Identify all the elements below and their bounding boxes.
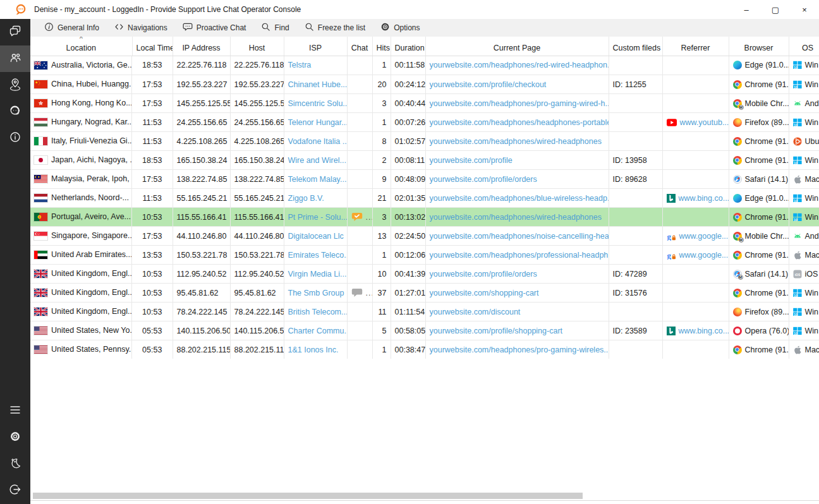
options-button[interactable]: Options (373, 19, 427, 37)
column-header-isp[interactable]: ISP (284, 37, 347, 56)
sidebar-item-chats[interactable] (0, 19, 30, 45)
current-page-link[interactable]: yourwebsite.com/profile (430, 156, 513, 165)
visitor-row[interactable]: United Kingdom, Engl...10:5378.24.222.14… (30, 303, 819, 321)
sidebar-item-operator[interactable] (0, 99, 30, 125)
current-page-link[interactable]: yourwebsite.com/profile/shopping-cart (430, 327, 563, 335)
cell-chat (347, 265, 372, 284)
current-page-link[interactable]: yourwebsite.com/headphones/professional-… (430, 251, 609, 260)
isp-link[interactable]: Emirates Teleco... (288, 251, 348, 260)
cell-referrer (662, 303, 729, 321)
visitor-row[interactable]: Malaysia, Perak, Ipoh, ...17:53138.222.7… (30, 170, 819, 189)
current-page-link[interactable]: yourwebsite.com/headphones/wired-headpho… (430, 137, 602, 146)
column-header-os[interactable]: OS (789, 37, 819, 56)
visitor-row[interactable]: Hong Kong, Hong Ko...17:53145.255.125.55… (30, 94, 819, 113)
cell-local-time: 17:53 (132, 227, 173, 246)
isp-link[interactable]: Wire and Wirel... (288, 156, 346, 165)
location-text: Netherlands, Noord-... (51, 193, 129, 202)
column-header-chat[interactable]: Chat (347, 37, 372, 56)
current-page-link[interactable]: yourwebsite.com/headphones/headphones-po… (430, 118, 609, 127)
visitor-row[interactable]: United States, New Yo...05:53140.115.206… (30, 321, 819, 340)
isp-link[interactable]: Telekom Malay... (288, 175, 347, 184)
visitor-row[interactable]: Italy, Friuli-Venezia Gi...11:534.225.10… (30, 132, 819, 151)
current-page-link[interactable]: yourwebsite.com/headphones/red-wired-hea… (430, 61, 609, 69)
visitor-row[interactable]: Australia, Victoria, Ge...18:5322.225.76… (30, 56, 819, 75)
general-info-button[interactable]: General Info (37, 19, 107, 37)
current-page-link[interactable]: yourwebsite.com/headphones/blue-wireless… (430, 194, 609, 203)
referrer-link[interactable]: www.bing.co... (679, 194, 729, 203)
find-button[interactable]: Find (253, 19, 296, 37)
current-page-link[interactable]: yourwebsite.com/profile/checkout (430, 80, 547, 89)
column-header-local-time[interactable]: Local Time (132, 37, 173, 56)
current-page-link[interactable]: yourwebsite.com/headphones/pro-gaming-wi… (430, 345, 609, 354)
isp-link[interactable]: The Smb Group (288, 289, 344, 297)
sidebar-item-theme[interactable] (0, 451, 30, 477)
current-page-link[interactable]: yourwebsite.com/discount (430, 308, 521, 316)
column-header-hits[interactable]: Hits (372, 37, 391, 56)
current-page-link[interactable]: yourwebsite.com/profile/orders (430, 175, 537, 184)
visitor-row[interactable]: Hungary, Nograd, Kar...11:5324.255.156.6… (30, 113, 819, 132)
sidebar-item-menu[interactable] (0, 398, 30, 424)
visitor-row[interactable]: Netherlands, Noord-...11:5355.165.245.21… (30, 189, 819, 208)
isp-link[interactable]: Vodafone Italia ... (288, 137, 348, 146)
freeze-list-button[interactable]: Freeze the list (297, 19, 373, 37)
cell-duration: 00:07:26 (391, 113, 425, 132)
referrer-link[interactable]: www.google... (679, 232, 729, 241)
close-button[interactable]: × (790, 0, 819, 19)
column-header-custom-fileds[interactable]: Custom fileds (609, 37, 662, 56)
isp-link[interactable]: Digitalocean Llc (288, 232, 344, 241)
visitor-row[interactable]: United States, Pennsy...05:5388.202.215.… (30, 340, 819, 359)
isp-link[interactable]: Simcentric Solu... (288, 99, 348, 108)
isp-link[interactable]: Ziggo B.V. (288, 194, 324, 203)
current-page-link[interactable]: yourwebsite.com/profile/orders (430, 270, 537, 279)
column-header-duration[interactable]: Duration (391, 37, 425, 56)
sidebar-item-visitors[interactable] (0, 45, 30, 72)
cell-ip-address: 138.222.74.85 (173, 170, 230, 189)
cell-referrer (662, 132, 729, 151)
visitor-row[interactable]: United Kingdom, Engl...10:53112.95.240.5… (30, 265, 819, 284)
column-header-current-page[interactable]: Current Page (425, 37, 609, 56)
isp-link[interactable]: British Telecom... (288, 308, 348, 316)
sidebar-item-geo-location[interactable] (0, 72, 30, 99)
table-header-row: ^LocationLocal TimeIP AddressHostISPChat… (30, 37, 819, 56)
sidebar-item-settings[interactable] (0, 424, 30, 451)
referrer-link[interactable]: www.youtub... (680, 118, 729, 127)
isp-link[interactable]: Chinanet Hube... (288, 80, 348, 89)
visitor-row[interactable]: United Arab Emirates...13:53150.53.221.7… (30, 246, 819, 265)
visitor-row[interactable]: Singapore, Singapore...17:5344.110.246.8… (30, 227, 819, 246)
android-icon (793, 99, 802, 108)
visitor-row[interactable]: Japan, Aichi, Nagoya, ...18:53165.150.38… (30, 151, 819, 170)
visitor-row[interactable]: United Kingdom, Engl...10:5395.45.81.629… (30, 284, 819, 303)
maximize-button[interactable]: ▢ (761, 0, 790, 19)
sidebar-item-info[interactable] (0, 125, 30, 152)
referrer-link[interactable]: www.google... (679, 251, 729, 260)
cell-isp: Emirates Teleco... (284, 246, 347, 265)
cell-hits: 10 (372, 265, 391, 284)
navigations-button[interactable]: Navigations (107, 19, 175, 37)
column-header-host[interactable]: Host (230, 37, 284, 56)
isp-link[interactable]: Telenor Hungar... (288, 118, 348, 127)
current-page-link[interactable]: yourwebsite.com/shopping-cart (430, 289, 539, 297)
isp-link[interactable]: Virgin Media Li... (288, 270, 347, 279)
isp-link[interactable]: Pt Prime - Solu... (288, 213, 348, 222)
visitor-row[interactable]: China, Hubei, Huangg...17:53192.55.23.22… (30, 75, 819, 94)
current-page-link[interactable]: yourwebsite.com/headphones/noise-cancell… (430, 232, 609, 241)
column-header-referrer[interactable]: Referrer (662, 37, 729, 56)
cell-location: Italy, Friuli-Venezia Gi... (30, 132, 132, 151)
column-header-browser[interactable]: Browser (729, 37, 789, 56)
horizontal-scrollbar-thumb[interactable] (33, 493, 583, 499)
proactive-chat-button[interactable]: Proactive Chat (175, 19, 254, 37)
referrer-link[interactable]: www.bing.co... (679, 327, 729, 335)
isp-link[interactable]: Charter Commu... (288, 327, 348, 335)
current-page-link[interactable]: yourwebsite.com/headphones/wired-headpho… (430, 213, 602, 222)
minimize-button[interactable]: – (732, 0, 761, 19)
visitor-row-selected[interactable]: Portugal, Aveiro, Ave...10:53115.55.166.… (30, 208, 819, 227)
column-header-location[interactable]: ^Location (30, 37, 132, 56)
isp-link[interactable]: Telstra (288, 61, 312, 69)
os-label: Ubu (805, 137, 819, 146)
cell-referrer (662, 265, 729, 284)
isp-link[interactable]: 1&1 Ionos Inc. (288, 345, 339, 354)
sidebar-item-logout[interactable] (0, 477, 30, 504)
column-header-ip-address[interactable]: IP Address (173, 37, 230, 56)
current-page-link[interactable]: yourwebsite.com/headphones/pro-gaming-wi… (430, 99, 609, 108)
chat-more-text: ... (366, 213, 373, 222)
